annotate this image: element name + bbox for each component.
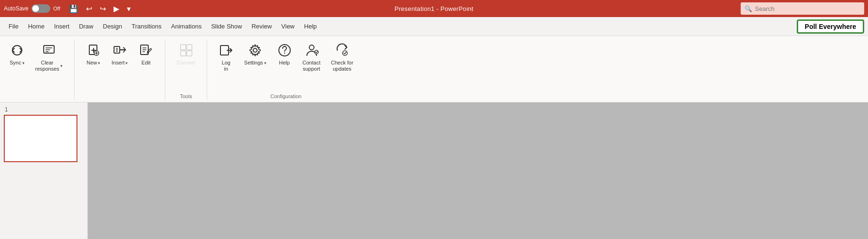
config-group-content: Log in Settings ▾ [214, 40, 358, 92]
divider-1 [74, 40, 75, 100]
present-icon[interactable]: ▶ [112, 2, 121, 15]
undo-icon[interactable]: ↩ [84, 2, 94, 15]
convert-button[interactable]: Convert [172, 40, 200, 68]
menu-poll-everywhere[interactable]: Poll Everywhere [797, 19, 864, 34]
edit-button[interactable]: Edit [134, 40, 158, 68]
sync-icon [10, 43, 25, 58]
convert-label: Convert [177, 60, 195, 66]
tools-group-content: Convert [172, 40, 200, 92]
autosave-label: AutoSave [4, 5, 29, 12]
autosave-toggle[interactable] [31, 4, 50, 13]
help-label: Help [279, 60, 290, 66]
svg-point-36 [343, 51, 347, 55]
title-bar-left: AutoSave Off 💾 ↩ ↪ ▶ ▾ [4, 2, 434, 15]
autosave-group: AutoSave Off [4, 4, 60, 13]
clear-responses-chevron: ▾ [60, 64, 63, 68]
svg-rect-24 [187, 45, 192, 50]
svg-rect-23 [181, 51, 186, 56]
menu-home[interactable]: Home [23, 20, 49, 33]
title-bar: AutoSave Off 💾 ↩ ↪ ▶ ▾ Presentation1 - P… [0, 0, 868, 17]
help-icon [277, 43, 292, 58]
svg-point-33 [284, 53, 285, 54]
main-area: 1 [0, 102, 868, 239]
settings-icon [248, 43, 263, 58]
menu-animations[interactable]: Animations [166, 20, 206, 33]
contact-support-button[interactable]: Contact support [298, 40, 325, 74]
login-button[interactable]: Log in [214, 40, 238, 74]
search-input[interactable] [741, 2, 864, 15]
check-updates-icon [334, 43, 350, 58]
svg-rect-22 [187, 51, 192, 56]
svg-point-31 [253, 48, 257, 52]
ribbon-group-config: Log in Settings ▾ [209, 38, 363, 102]
divider-3 [207, 40, 207, 100]
convert-icon [179, 43, 194, 58]
check-updates-sub: updates [331, 66, 353, 72]
insert-label: Insert [112, 60, 125, 66]
toggle-knob [32, 5, 39, 12]
clear-responses-label: Clear [35, 60, 59, 66]
save-icon[interactable]: 💾 [67, 2, 80, 15]
config-group-label: Configuration [214, 92, 358, 102]
insert-icon [112, 43, 127, 58]
clear-responses-icon [41, 43, 57, 58]
menu-bar: File Home Insert Draw Design Transitions… [0, 17, 868, 36]
check-updates-label: Check for [331, 60, 353, 66]
slide-panel: 1 [0, 102, 88, 239]
help-button[interactable]: Help [272, 40, 297, 68]
create-group-content: New ▾ Insert ▾ [81, 40, 159, 97]
settings-chevron: ▾ [264, 61, 267, 65]
check-updates-button[interactable]: Check for updates [326, 40, 358, 74]
ribbon-group-create: New ▾ Insert ▾ [76, 38, 163, 102]
menu-transitions[interactable]: Transitions [127, 20, 166, 33]
login-label: Log [222, 60, 230, 66]
ribbon-group-sync: Sync ▾ Clear responses ▾ [0, 38, 72, 102]
sync-group-content: Sync ▾ Clear responses ▾ [5, 40, 67, 97]
insert-button[interactable]: Insert ▾ [107, 40, 133, 68]
new-chevron: ▾ [98, 61, 100, 65]
menu-view[interactable]: View [277, 20, 299, 33]
slide-number: 1 [4, 106, 84, 113]
sync-label: Sync [10, 60, 21, 66]
contact-support-sub: support [303, 66, 321, 72]
edit-icon [138, 43, 153, 58]
menu-draw[interactable]: Draw [74, 20, 98, 33]
contact-support-icon [304, 43, 319, 58]
redo-icon[interactable]: ↪ [98, 2, 108, 15]
new-button[interactable]: New ▾ [81, 40, 106, 68]
settings-label: Settings [244, 60, 263, 66]
insert-chevron: ▾ [125, 61, 128, 65]
ribbon: Sync ▾ Clear responses ▾ [0, 36, 868, 102]
sync-group-label [5, 97, 67, 102]
sync-button[interactable]: Sync ▾ [5, 40, 29, 68]
customize-qat-icon[interactable]: ▾ [125, 2, 133, 15]
svg-point-34 [309, 45, 314, 50]
clear-responses-sub: responses [35, 66, 59, 72]
menu-slideshow[interactable]: Slide Show [206, 20, 247, 33]
search-container: 🔍 [741, 2, 864, 15]
sync-chevron: ▾ [22, 61, 25, 65]
tools-group-label: Tools [172, 92, 200, 102]
menu-design[interactable]: Design [98, 20, 127, 33]
login-icon [219, 43, 234, 58]
toggle-state-label: Off [53, 6, 60, 11]
new-label: New [86, 60, 97, 66]
divider-2 [165, 40, 165, 100]
contact-support-label: Contact [303, 60, 321, 66]
create-group-label [81, 97, 159, 102]
window-title: Presentation1 - PowerPoint [394, 5, 473, 12]
menu-help[interactable]: Help [299, 20, 322, 33]
settings-button[interactable]: Settings ▾ [239, 40, 271, 68]
ribbon-group-tools: Convert Tools [167, 38, 205, 102]
menu-file[interactable]: File [4, 20, 23, 33]
new-icon [86, 43, 101, 58]
slide-thumbnail[interactable] [4, 115, 77, 162]
canvas-area[interactable] [88, 102, 868, 239]
menu-insert[interactable]: Insert [49, 20, 75, 33]
clear-responses-button[interactable]: Clear responses ▾ [30, 40, 67, 74]
svg-rect-0 [44, 46, 54, 53]
edit-label: Edit [142, 60, 151, 66]
svg-rect-21 [181, 45, 186, 50]
menu-review[interactable]: Review [247, 20, 277, 33]
login-sub: in [222, 66, 230, 72]
